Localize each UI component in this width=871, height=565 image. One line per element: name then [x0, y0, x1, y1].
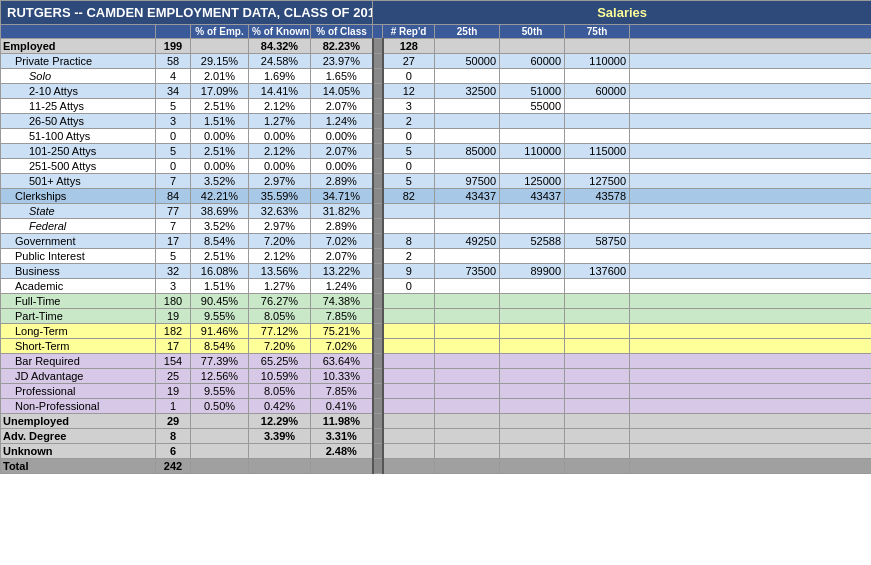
- row-pct-known: 2.12%: [249, 99, 311, 114]
- row-p75: [565, 69, 630, 84]
- row-spacer: [373, 264, 383, 279]
- row-pct-emp: [191, 414, 249, 429]
- table-row: Short-Term178.54%7.20%7.02%: [1, 339, 872, 354]
- row-pct-emp: 9.55%: [191, 309, 249, 324]
- table-row: Unknown62.48%: [1, 444, 872, 459]
- row-repd: [383, 219, 435, 234]
- row-p25: [435, 309, 500, 324]
- row-p50: 110000: [500, 144, 565, 159]
- row-p25: [435, 39, 500, 54]
- row-pct-known: 2.12%: [249, 249, 311, 264]
- row-p25: [435, 159, 500, 174]
- row-pct-class: 2.89%: [311, 174, 373, 189]
- row-p50: [500, 279, 565, 294]
- row-p75: 127500: [565, 174, 630, 189]
- row-pct-emp: 77.39%: [191, 354, 249, 369]
- row-repd: [383, 324, 435, 339]
- row-spacer: [373, 309, 383, 324]
- row-pct-known: 32.63%: [249, 204, 311, 219]
- row-label: JD Advantage: [1, 369, 156, 384]
- row-p25: [435, 369, 500, 384]
- sub-header-row: % of Emp. % of Known % of Class # Rep'd …: [1, 25, 872, 39]
- row-label: Clerkships: [1, 189, 156, 204]
- row-pct-class: 13.22%: [311, 264, 373, 279]
- row-pct-emp: 2.01%: [191, 69, 249, 84]
- table-row: Professional199.55%8.05%7.85%: [1, 384, 872, 399]
- row-extra: [630, 174, 871, 189]
- row-pct-known: 1.27%: [249, 279, 311, 294]
- row-pct-known: 65.25%: [249, 354, 311, 369]
- row-pct-known: 7.20%: [249, 339, 311, 354]
- row-extra: [630, 459, 871, 474]
- row-extra: [630, 444, 871, 459]
- row-pct-emp: 1.51%: [191, 279, 249, 294]
- row-pct-known: 0.42%: [249, 399, 311, 414]
- row-repd: [383, 369, 435, 384]
- main-title: RUTGERS -- CAMDEN EMPLOYMENT DATA, CLASS…: [1, 1, 373, 25]
- row-label: 501+ Attys: [1, 174, 156, 189]
- row-p50: [500, 429, 565, 444]
- row-extra: [630, 384, 871, 399]
- row-extra: [630, 144, 871, 159]
- row-label: Non-Professional: [1, 399, 156, 414]
- row-pct-class: 14.05%: [311, 84, 373, 99]
- table-row: Academic31.51%1.27%1.24%0: [1, 279, 872, 294]
- row-p75: [565, 429, 630, 444]
- row-p50: [500, 459, 565, 474]
- row-p25: 49250: [435, 234, 500, 249]
- row-pct-class: [311, 459, 373, 474]
- row-num: 7: [156, 174, 191, 189]
- row-pct-emp: 0.00%: [191, 159, 249, 174]
- row-p25: [435, 129, 500, 144]
- row-extra: [630, 264, 871, 279]
- row-pct-emp: 8.54%: [191, 234, 249, 249]
- row-p50: [500, 444, 565, 459]
- row-p25: [435, 444, 500, 459]
- row-extra: [630, 354, 871, 369]
- row-num: 0: [156, 159, 191, 174]
- row-label: Academic: [1, 279, 156, 294]
- table-row: Non-Professional10.50%0.42%0.41%: [1, 399, 872, 414]
- row-num: 17: [156, 339, 191, 354]
- row-label: Federal: [1, 219, 156, 234]
- row-repd: [383, 429, 435, 444]
- row-repd: 9: [383, 264, 435, 279]
- row-pct-class: 1.24%: [311, 114, 373, 129]
- row-pct-emp: 0.00%: [191, 129, 249, 144]
- row-repd: 0: [383, 159, 435, 174]
- row-extra: [630, 429, 871, 444]
- row-extra: [630, 279, 871, 294]
- row-pct-known: 0.00%: [249, 159, 311, 174]
- row-repd: 2: [383, 249, 435, 264]
- col-header-pct-emp: % of Emp.: [191, 25, 249, 39]
- row-num: 199: [156, 39, 191, 54]
- row-pct-class: 82.23%: [311, 39, 373, 54]
- row-p25: 73500: [435, 264, 500, 279]
- row-num: 8: [156, 429, 191, 444]
- row-pct-known: 77.12%: [249, 324, 311, 339]
- row-pct-class: 0.41%: [311, 399, 373, 414]
- row-pct-class: 2.89%: [311, 219, 373, 234]
- row-p50: [500, 294, 565, 309]
- row-p50: [500, 159, 565, 174]
- row-label: Unknown: [1, 444, 156, 459]
- col-header-spacer: [373, 25, 383, 39]
- row-p25: 32500: [435, 84, 500, 99]
- row-pct-class: 10.33%: [311, 369, 373, 384]
- row-p25: 50000: [435, 54, 500, 69]
- row-p50: [500, 309, 565, 324]
- row-pct-known: 2.12%: [249, 144, 311, 159]
- row-spacer: [373, 39, 383, 54]
- row-num: 0: [156, 129, 191, 144]
- row-label: Bar Required: [1, 354, 156, 369]
- row-repd: [383, 444, 435, 459]
- row-label: State: [1, 204, 156, 219]
- row-pct-emp: 42.21%: [191, 189, 249, 204]
- row-p25: [435, 459, 500, 474]
- row-pct-emp: [191, 39, 249, 54]
- row-p75: [565, 129, 630, 144]
- row-p25: [435, 69, 500, 84]
- table-row: Private Practice5829.15%24.58%23.97%2750…: [1, 54, 872, 69]
- table-row: Part-Time199.55%8.05%7.85%: [1, 309, 872, 324]
- table-row: Business3216.08%13.56%13.22%973500899001…: [1, 264, 872, 279]
